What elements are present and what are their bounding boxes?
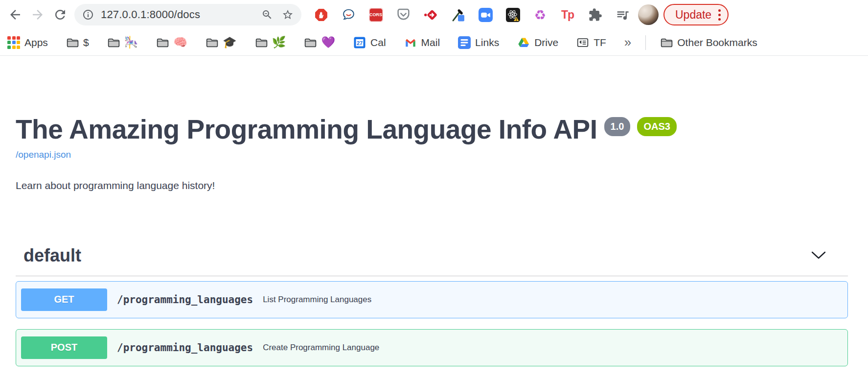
update-label: Update — [675, 8, 711, 22]
bookmarks-overflow-button[interactable]: » — [624, 35, 631, 50]
browser-menu-icon[interactable] — [718, 9, 721, 21]
recycle-icon: ♻ — [534, 8, 546, 22]
collapse-section-button[interactable] — [811, 251, 826, 260]
bookmark-calendar[interactable]: 27 Cal — [353, 36, 386, 49]
chevron-down-icon — [811, 251, 826, 260]
chat-bubble-extension-button[interactable] — [335, 3, 362, 26]
mail-label: Mail — [421, 37, 440, 48]
toggl-plan-extension-button[interactable]: Tp — [554, 3, 581, 26]
extension-icons-row: CORS — [307, 3, 636, 26]
speech-bubble-icon — [342, 8, 356, 22]
folder-icon — [206, 36, 218, 49]
back-icon — [8, 7, 23, 22]
calendar-label: Cal — [370, 37, 386, 48]
address-bar[interactable]: 127.0.0.1:8000/docs — [74, 4, 301, 25]
svg-text:27: 27 — [357, 40, 363, 46]
forward-button — [26, 3, 49, 26]
bookmark-folder-brain[interactable]: 🧠 — [156, 36, 187, 49]
openapi-spec-link[interactable]: /openapi.json — [16, 149, 71, 160]
folder-label: $ — [83, 37, 89, 48]
bookmark-star-icon[interactable] — [282, 9, 294, 21]
bookmarks-bar: Apps $ 🎠 🧠 🎓 🌿 💜 27 Cal — [0, 29, 868, 56]
bookmark-folder-graduation[interactable]: 🎓 — [206, 36, 237, 49]
gmail-icon — [404, 36, 417, 49]
api-title-row: The Amazing Programming Language Info AP… — [16, 115, 848, 144]
media-playlist-button[interactable] — [609, 3, 636, 26]
folder-label: 💜 — [321, 37, 335, 48]
apps-grid-icon — [7, 36, 20, 49]
page-title: The Amazing Programming Language Info AP… — [16, 115, 597, 144]
bookmark-tf[interactable]: TF — [576, 36, 606, 49]
drive-label: Drive — [534, 37, 558, 48]
google-drive-icon — [517, 36, 530, 49]
folder-label: 🧠 — [173, 37, 187, 48]
cors-extension-button[interactable]: CORS — [362, 3, 389, 26]
cors-icon: CORS — [369, 8, 383, 22]
swagger-ui-page: The Amazing Programming Language Info AP… — [0, 115, 868, 366]
profile-avatar[interactable] — [638, 4, 659, 25]
bookmark-folder-dollar[interactable]: $ — [66, 36, 89, 49]
folder-icon — [107, 36, 120, 49]
toggl-plan-icon: Tp — [561, 8, 574, 22]
endpoint-summary: List Programming Languages — [263, 295, 371, 305]
site-info-icon[interactable] — [82, 9, 94, 21]
folder-icon — [304, 36, 317, 49]
get-method-badge: GET — [21, 288, 107, 311]
folder-icon — [66, 36, 79, 49]
recycle-extension-button[interactable]: ♻ — [526, 3, 554, 26]
endpoint-row-post-programming-languages[interactable]: POST /programming_languages Create Progr… — [16, 329, 848, 366]
pocket-extension-button[interactable] — [389, 3, 417, 26]
api-description: Learn about programming language history… — [16, 180, 848, 191]
default-section-header[interactable]: default — [16, 245, 848, 276]
diamond-arrow-icon — [424, 8, 438, 22]
react-devtools-extension-button[interactable] — [499, 3, 526, 26]
other-bookmarks-label: Other Bookmarks — [677, 37, 757, 48]
bookmark-mail[interactable]: Mail — [404, 36, 440, 49]
bookmark-drive[interactable]: Drive — [517, 36, 558, 49]
eyedropper-icon — [451, 8, 465, 22]
section-title: default — [23, 245, 81, 266]
zoom-out-icon[interactable] — [261, 9, 273, 21]
playlist-music-icon — [616, 8, 630, 22]
bookmark-apps[interactable]: Apps — [7, 36, 48, 49]
endpoint-summary: Create Programming Language — [263, 343, 379, 353]
pocket-icon — [396, 8, 411, 22]
back-button[interactable] — [4, 3, 26, 26]
blocker-extension-button[interactable] — [307, 3, 335, 26]
post-method-badge: POST — [21, 336, 107, 359]
tf-favicon — [576, 36, 589, 49]
extensions-menu-button[interactable] — [581, 3, 609, 26]
folder-label: 🎓 — [223, 37, 237, 48]
apps-label: Apps — [24, 37, 48, 48]
folder-icon — [255, 36, 268, 49]
version-badge: 1.0 — [604, 117, 631, 136]
bookmark-links[interactable]: Links — [458, 36, 499, 49]
folder-icon — [660, 36, 673, 49]
bookmarks-divider — [645, 35, 646, 50]
tf-label: TF — [594, 37, 606, 48]
endpoint-path: /programming_languages — [117, 342, 253, 354]
color-picker-extension-button[interactable] — [444, 3, 472, 26]
other-bookmarks-button[interactable]: Other Bookmarks — [660, 36, 757, 49]
react-atom-icon — [506, 8, 520, 22]
bookmark-folder-heart[interactable]: 💜 — [304, 36, 335, 49]
overflow-chevron-icon: » — [624, 35, 631, 50]
endpoint-row-get-programming-languages[interactable]: GET /programming_languages List Programm… — [16, 281, 848, 318]
google-calendar-icon: 27 — [353, 36, 366, 49]
zoom-extension-button[interactable] — [472, 3, 499, 26]
reload-icon — [53, 7, 68, 22]
forward-icon — [30, 7, 45, 22]
url-text: 127.0.0.1:8000/docs — [101, 8, 200, 21]
bookmark-folder-carousel[interactable]: 🎠 — [107, 36, 138, 49]
stop-hand-icon — [314, 8, 328, 22]
puzzle-piece-icon — [588, 8, 602, 22]
links-list-icon — [458, 36, 471, 49]
links-label: Links — [475, 37, 499, 48]
bookmark-folder-herb[interactable]: 🌿 — [255, 36, 286, 49]
folder-icon — [156, 36, 169, 49]
folder-label: 🌿 — [272, 37, 286, 48]
reload-button[interactable] — [49, 3, 71, 26]
red-diamond-extension-button[interactable] — [417, 3, 444, 26]
update-button[interactable]: Update — [663, 4, 729, 25]
folder-label: 🎠 — [124, 37, 138, 48]
